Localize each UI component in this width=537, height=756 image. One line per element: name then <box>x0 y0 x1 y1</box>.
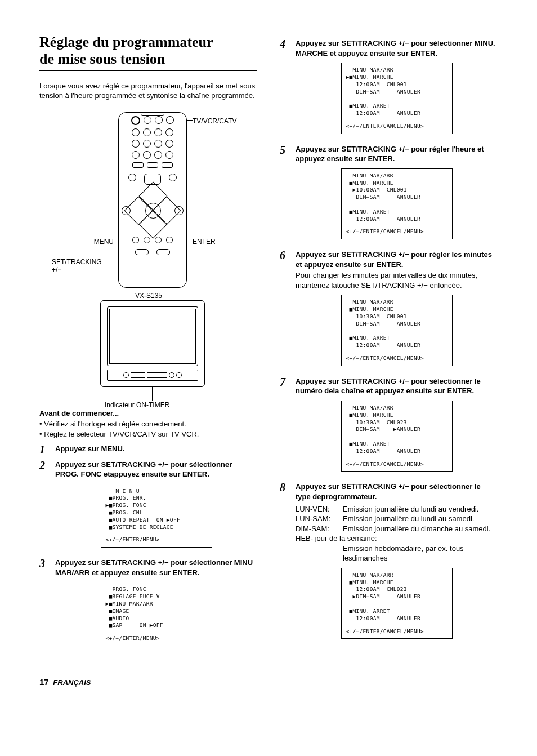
remote-outline <box>118 112 187 288</box>
ir-window-icon <box>141 112 164 116</box>
bullet-item: Réglez le sélecteur TV/VCR/CATV sur TV V… <box>39 429 257 439</box>
step-number: 8 <box>280 482 290 644</box>
heb-label: HEB- jour de la semaine: <box>296 533 498 544</box>
osd-screen: MINU MAR/ARR ▶■MINU. MARCHE 12:00AM CNL0… <box>341 63 453 134</box>
step-number: 1 <box>39 444 50 455</box>
bullet-item: Vérifiez si l'horloge est réglée correct… <box>39 419 257 429</box>
osd-screen: MINU MAR/ARR ■MINU. MARCHE 10:30AM CNL00… <box>341 295 453 366</box>
step-1: 1 Appuyez sur MENU. <box>39 444 257 455</box>
osd-screen: MINU MAR/ARR ■MINU. MARCHE 12:00AM CNL02… <box>341 568 453 639</box>
definitions-list: LUN-VEN:Emission journalière du lundi au… <box>296 504 498 563</box>
page-number: 17 <box>39 677 49 687</box>
label-on-timer-indicator: Indicateur ON-TIMER <box>105 401 169 410</box>
step-4: 4 Appuyez sur SET/TRACKING +/− pour séle… <box>280 38 498 140</box>
step-title: Appuyez sur SET/TRACKING +/− pour sélect… <box>296 377 481 395</box>
step-title: Appuyez sur SET/TRACKING +/− pour régler… <box>296 250 492 269</box>
step-number: 5 <box>280 144 290 246</box>
step-title: Appuyez sur SET/TRACKING +/− pour régler… <box>296 145 484 163</box>
def-desc: Emission journalière du lundi au samedi. <box>343 514 474 524</box>
step-number: 4 <box>280 38 290 140</box>
step-3: 3 Appuyez sur SET/TRACKING +/− pour séle… <box>39 558 257 652</box>
label-menu: MENU <box>89 237 114 246</box>
osd-screen: PROG. FONC ■REGLAGE PUCE V ▶■MINU MAR/AR… <box>101 582 212 646</box>
title-line-2: de mise sous tension <box>39 51 165 67</box>
step-number: 7 <box>280 376 290 478</box>
def-desc: Emission journalière du dimanche au same… <box>343 524 490 534</box>
label-model: VX-S135 <box>135 291 162 300</box>
before-heading: Avant de commencer... <box>39 408 257 419</box>
step-6: 6 Appuyez sur SET/TRACKING +/− pour régl… <box>280 250 498 372</box>
page-title: Réglage du programmateur de mise sous te… <box>39 34 257 68</box>
step-title: Appuyez sur SET/TRACKING +/− pour sélect… <box>55 558 253 577</box>
heb-desc: Emission hebdomadaire, par ex. tous lesd… <box>343 544 498 563</box>
osd-screen: MINU MAR/ARR ■MINU. MARCHE ▶10:00AM CNL0… <box>341 168 453 240</box>
before-bullets: Vérifiez si l'horloge est réglée correct… <box>39 419 257 439</box>
tv-outline <box>100 300 205 387</box>
label-plus-minus: +/− <box>52 265 61 274</box>
step-2: 2 Appuyez sur SET/TRACKING +/− pour séle… <box>39 460 257 554</box>
def-term: LUN-VEN: <box>296 504 343 514</box>
step-title: Appuyez sur SET/TRACKING +/− pour sélect… <box>296 39 495 57</box>
step-5: 5 Appuyez sur SET/TRACKING +/− pour régl… <box>280 144 498 246</box>
step-number: 3 <box>39 558 50 652</box>
label-enter: ENTER <box>193 237 216 246</box>
label-tv-vcr-catv: TV/VCR/CATV <box>193 117 236 126</box>
title-underline <box>39 70 257 71</box>
step-title: Appuyez sur SET/TRACKING +/− pour sélect… <box>55 460 232 479</box>
dpad-icon <box>132 189 173 231</box>
def-desc: Emission journalière du lundi au vendred… <box>343 504 478 514</box>
step-7: 7 Appuyez sur SET/TRACKING +/− pour séle… <box>280 376 498 478</box>
vcr-panel-icon <box>107 370 198 381</box>
tv-screen-icon <box>107 306 198 366</box>
def-term: DIM-SAM: <box>296 524 343 534</box>
def-term: LUN-SAM: <box>296 514 343 524</box>
intro-paragraph: Lorsque vous avez réglé ce programmateur… <box>39 81 257 101</box>
osd-screen: M E N U ■PROG. ENR. ▶■PROG. FONC ■PROG. … <box>101 484 212 548</box>
step-8: 8 Appuyez sur SET/TRACKING +/− pour séle… <box>280 482 498 644</box>
remote-tv-diagram: TV/VCR/CATV MENU ENTER SET/TRACKING +/− … <box>39 106 257 405</box>
footer-language: FRANÇAIS <box>53 678 91 687</box>
step-subtext: Pour changer les minutes par intervalles… <box>296 270 498 290</box>
osd-screen: MINU MAR/ARR ■MINU. MARCHE 10:30AM CNL02… <box>341 401 453 472</box>
step-number: 6 <box>280 250 290 372</box>
step-number: 2 <box>39 460 50 554</box>
page-footer: 17 FRANÇAIS <box>39 677 498 688</box>
title-line-1: Réglage du programmateur <box>39 34 213 50</box>
step-title: Appuyez sur SET/TRACKING +/− pour sélect… <box>296 482 481 501</box>
step-title: Appuyez sur MENU. <box>55 444 125 453</box>
